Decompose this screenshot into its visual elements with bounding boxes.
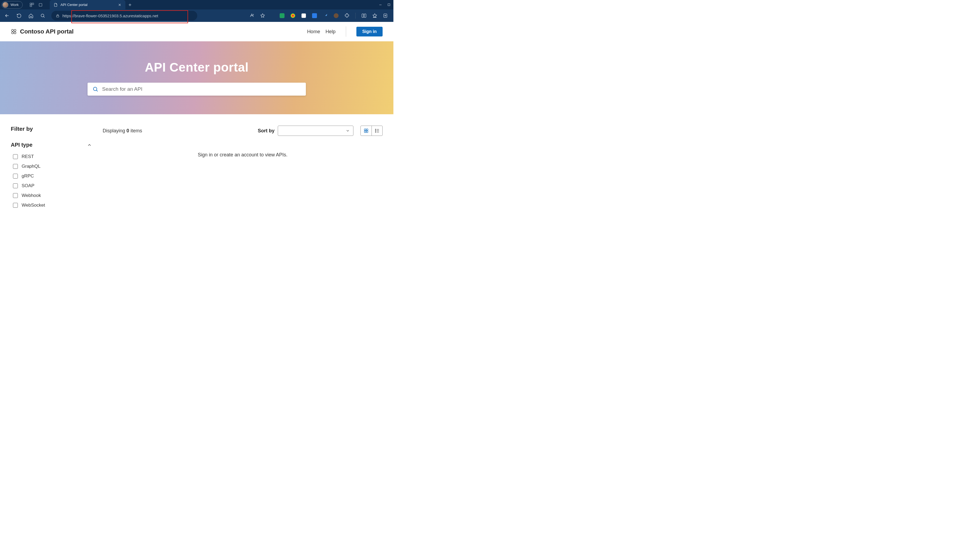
svg-rect-17	[364, 131, 366, 133]
split-screen-icon[interactable]	[360, 12, 368, 19]
collections-icon[interactable]	[382, 12, 389, 19]
chevron-down-icon	[345, 129, 350, 133]
maximize-icon[interactable]	[387, 3, 391, 7]
checkbox[interactable]	[13, 183, 18, 188]
svg-point-10	[12, 29, 14, 31]
svg-point-14	[94, 87, 97, 91]
profile-label: Work	[11, 3, 19, 7]
results-area: Displaying 0 items Sort by	[103, 125, 383, 208]
extension-icon[interactable]	[300, 12, 307, 19]
displaying-suffix: items	[129, 128, 142, 133]
checkbox[interactable]	[13, 193, 18, 198]
sort-dropdown[interactable]	[278, 125, 353, 136]
svg-point-21	[375, 132, 376, 133]
extension-icon[interactable]	[332, 12, 340, 19]
checkbox[interactable]	[13, 174, 18, 179]
facet-item-websocket[interactable]: WebSocket	[13, 203, 92, 208]
address-bar-url: https://brave-flower-053521903.5.azurest…	[62, 14, 158, 18]
read-aloud-icon[interactable]	[248, 12, 255, 19]
svg-rect-2	[30, 5, 32, 6]
svg-rect-7	[362, 14, 364, 17]
view-toggle	[360, 125, 383, 136]
results-toolbar: Displaying 0 items Sort by	[103, 125, 383, 136]
extension-icon[interactable]	[278, 12, 286, 19]
tab-actions-icon[interactable]	[36, 3, 45, 7]
lock-icon	[56, 14, 60, 18]
extension-icon[interactable]	[322, 12, 329, 19]
minimize-icon[interactable]	[379, 3, 382, 7]
hero-title: API Center portal	[145, 60, 248, 75]
svg-rect-18	[366, 131, 368, 133]
facet-list: REST GraphQL gRPC SOAP Webhook WebSocket	[11, 154, 92, 208]
site-header: Contoso API portal Home Help Sign in	[0, 22, 393, 41]
checkbox[interactable]	[13, 164, 18, 169]
extensions-menu-icon[interactable]	[344, 12, 350, 19]
favorite-star-icon[interactable]	[259, 12, 266, 19]
profile-switcher[interactable]: Work	[2, 1, 23, 9]
svg-point-20	[375, 130, 376, 131]
favorites-icon[interactable]	[371, 12, 378, 19]
brand-logo-icon	[11, 29, 17, 35]
svg-rect-0	[30, 3, 32, 5]
refresh-button[interactable]	[14, 10, 24, 21]
search-icon	[92, 86, 99, 92]
divider	[346, 27, 346, 37]
svg-point-12	[12, 32, 14, 34]
facet-api-type-header[interactable]: API type	[11, 142, 92, 148]
close-tab-icon[interactable]	[118, 3, 122, 7]
nav-help[interactable]: Help	[326, 29, 336, 35]
new-tab-button[interactable]	[126, 3, 135, 7]
facet-label: SOAP	[22, 183, 34, 189]
svg-point-5	[41, 14, 44, 17]
facet-label: gRPC	[22, 173, 34, 179]
facet-item-grpc[interactable]: gRPC	[13, 173, 92, 179]
facet-item-rest[interactable]: REST	[13, 154, 92, 159]
facet-label: Webhook	[22, 193, 41, 198]
avatar	[2, 2, 8, 8]
page-icon	[54, 3, 58, 7]
browser-title-bar: Work API Center portal	[0, 0, 393, 10]
back-button[interactable]	[2, 10, 13, 21]
svg-rect-16	[366, 129, 368, 130]
sort-label: Sort by	[258, 128, 275, 134]
checkbox[interactable]	[13, 203, 18, 208]
facet-label: REST	[22, 154, 34, 159]
hero-banner: API Center portal	[0, 41, 393, 114]
svg-point-13	[14, 32, 16, 34]
filter-sidebar: Filter by API type REST GraphQL gRPC SOA…	[11, 125, 92, 208]
displaying-prefix: Displaying	[103, 128, 126, 133]
facet-title: API type	[11, 142, 32, 148]
facet-item-soap[interactable]: SOAP	[13, 183, 92, 189]
browser-toolbar: https://brave-flower-053521903.5.azurest…	[0, 10, 393, 22]
facet-item-webhook[interactable]: Webhook	[13, 193, 92, 198]
filter-heading: Filter by	[11, 125, 92, 132]
svg-rect-1	[32, 3, 34, 5]
results-count: 0	[126, 128, 129, 133]
list-view-button[interactable]	[372, 126, 382, 136]
svg-rect-8	[364, 14, 366, 17]
results-count-text: Displaying 0 items	[103, 128, 142, 134]
brand-title: Contoso API portal	[20, 28, 73, 35]
browser-tab-active[interactable]: API Center portal	[50, 0, 126, 10]
home-button[interactable]	[25, 10, 36, 21]
chevron-up-icon	[87, 143, 92, 148]
browser-tab-title: API Center portal	[60, 3, 88, 7]
toolbar-search-button[interactable]	[37, 10, 48, 21]
svg-rect-15	[364, 129, 366, 130]
nav-home[interactable]: Home	[307, 29, 320, 35]
extension-icon[interactable]	[290, 12, 296, 19]
api-search-box[interactable]	[88, 83, 306, 95]
checkbox[interactable]	[13, 154, 18, 159]
facet-label: WebSocket	[22, 203, 45, 208]
svg-rect-6	[56, 15, 59, 17]
workspaces-icon[interactable]	[27, 2, 36, 7]
api-search-input[interactable]	[102, 86, 301, 92]
grid-view-button[interactable]	[361, 126, 372, 136]
facet-item-graphql[interactable]: GraphQL	[13, 164, 92, 169]
address-bar[interactable]: https://brave-flower-053521903.5.azurest…	[51, 11, 197, 21]
extension-icon[interactable]	[311, 12, 318, 19]
svg-rect-4	[388, 3, 390, 6]
svg-rect-3	[39, 3, 42, 6]
svg-point-11	[14, 29, 16, 31]
sign-in-button[interactable]: Sign in	[356, 27, 383, 37]
